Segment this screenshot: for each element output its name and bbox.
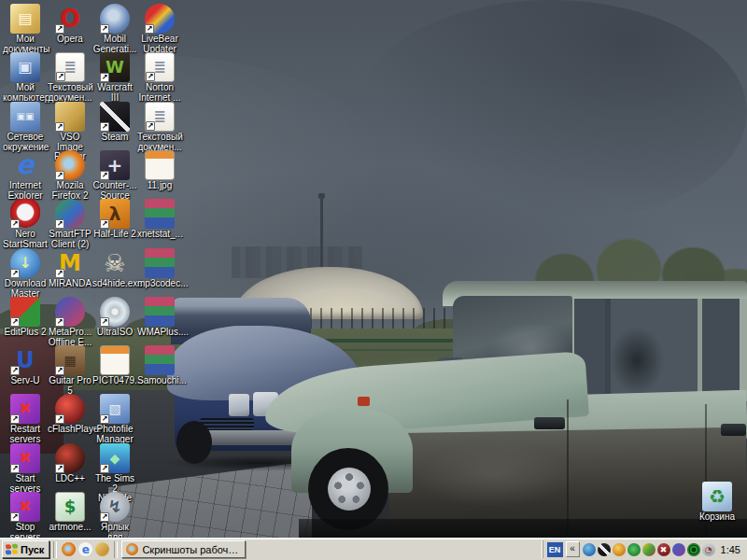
icon-label: mp3codec... (137, 279, 182, 289)
tray-red-x-icon[interactable]: ✖ (657, 543, 670, 556)
desktop-icon-text-document-2[interactable]: ≣Текстовый докумен... (137, 102, 182, 152)
desktop-icon-guitar-pro-5[interactable]: ▦Guitar Pro 5 (48, 345, 92, 396)
desktop-icon-livebear-updater[interactable]: LiveBear Updater (137, 4, 182, 54)
opera-icon: O (55, 4, 85, 34)
icon-label: PICT0479... (92, 376, 137, 386)
desktop-icon-ldc-plus-plus[interactable]: LDC++ (48, 443, 92, 484)
icon-label: UltraISO (92, 328, 137, 338)
icon-label: WMAPlus.... (137, 328, 182, 338)
desktop-icon-artmoney[interactable]: $artmone... (48, 492, 92, 533)
icon-label: Restart servers (3, 425, 48, 444)
icon-label: LDC++ (48, 474, 92, 484)
desktop-icon-counter-strike-source[interactable]: +Counter-... Source (92, 150, 137, 201)
mozila-firefox-2-icon (55, 150, 85, 180)
desktop-icon-wmaplus-rar[interactable]: WMAPlus.... (137, 297, 182, 338)
tray-globe-icon[interactable] (583, 543, 596, 556)
icon-label: Mozila Firefox 2 (48, 181, 92, 201)
jpg-11-icon (145, 150, 175, 180)
firefox-task-icon (126, 543, 138, 555)
desktop-icon-download-master[interactable]: ↓Download Master (3, 248, 48, 299)
stop-servers-icon: ✖ (10, 492, 40, 522)
start-servers-icon: ✖ (10, 443, 40, 473)
icon-label: sd4hide.exe (92, 279, 137, 289)
desktop-icon-cflashplayer[interactable]: cFlashPlayer (48, 394, 92, 435)
desktop-icon-my-computer[interactable]: ▣Мой компьютер (3, 52, 48, 103)
miranda-icon: M (55, 248, 85, 278)
desktop-icon-mozila-firefox-2[interactable]: Mozila Firefox 2 (48, 150, 92, 201)
tray-orange-globe-icon[interactable] (613, 543, 626, 556)
my-documents-icon: ▤ (10, 4, 40, 34)
icon-label: Serv-U (3, 376, 48, 386)
desktop-icon-warcraft-iii[interactable]: WWarcraft III (92, 52, 137, 103)
desktop-icon-internet-explorer[interactable]: eInternet Explorer (3, 150, 48, 201)
desktop-icon-restart-servers[interactable]: ✖Restart servers (3, 394, 48, 444)
icon-label: 11.jpg (137, 181, 182, 191)
desktop-icon-jpg-11[interactable]: 11.jpg (137, 150, 182, 191)
desktop-icon-recycle-bin[interactable]: ♻Корзина (695, 482, 740, 523)
quicklaunch-shell-icon[interactable] (95, 542, 109, 556)
photofile-manager-icon: ▧ (100, 394, 130, 424)
tray-steam-icon[interactable] (598, 543, 611, 556)
icon-label: MetaPro... Offline E... (48, 328, 92, 347)
pict0479-icon (100, 345, 130, 375)
serv-u-icon: U (10, 345, 40, 375)
desktop-icon-start-servers[interactable]: ✖Start servers (3, 443, 48, 494)
language-indicator[interactable]: EN (547, 542, 563, 557)
desktop-icon-ultraiso[interactable]: UltraISO (92, 297, 137, 338)
daemon-shortcut-icon: ↯ (100, 492, 130, 522)
metapro-offline-icon (55, 297, 85, 327)
mobil-generation-icon (100, 4, 130, 34)
task-button-screenshots[interactable]: Скриншоты рабочих ст... (121, 540, 246, 558)
desktop-icon-pict0479[interactable]: PICT0479... (92, 345, 137, 386)
desktop-icon-my-documents[interactable]: ▤Мои документы (3, 4, 48, 54)
desktop-icon-mp3codec-rar[interactable]: mp3codec... (137, 248, 182, 289)
desktop-icon-smartftp-client[interactable]: SmartFTP Client (2) (48, 199, 92, 249)
start-button[interactable]: Пуск (2, 540, 49, 558)
text-document-1-icon: ≣ (55, 52, 85, 82)
desktop-icon-metapro-offline[interactable]: MetaPro... Offline E... (48, 297, 92, 347)
desktop-icon-norton-internet[interactable]: ≣Norton Internet ... (137, 52, 182, 103)
tray-scheduler-icon[interactable]: ◔ (702, 543, 715, 556)
desktop-icon-opera[interactable]: OOpera (48, 4, 92, 45)
desktop-icon-serv-u[interactable]: UServ-U (3, 345, 48, 386)
desktop-icon-samouchitel-rar[interactable]: Samouchi... (137, 345, 182, 386)
taskbar: Пуск e Скриншоты рабочих ст... EN « ✖◔ 1… (0, 538, 747, 560)
quicklaunch-firefox-icon[interactable] (62, 542, 76, 556)
desktop-icon-sd4hide-exe[interactable]: ☠sd4hide.exe (92, 248, 137, 289)
desktop-icon-network-places[interactable]: ▣▣Сетевое окружение (3, 102, 48, 152)
desktop-icon-text-document-1[interactable]: ≣Текстовый докумен... (48, 52, 92, 103)
icon-label: Norton Internet ... (137, 83, 182, 103)
internet-explorer-icon: e (10, 150, 40, 180)
desktop-icon-mobil-generation[interactable]: Mobil Generati... (92, 4, 137, 54)
desktop-icon-half-life-2[interactable]: λHalf-Life 2 (92, 199, 137, 240)
desktop-icon-steam[interactable]: Steam (92, 102, 137, 143)
quick-launch-bar: e (62, 542, 109, 556)
text-document-2-icon: ≣ (145, 102, 175, 132)
icon-label: Мой компьютер (3, 83, 48, 103)
icon-label: Half-Life 2 (92, 230, 137, 240)
norton-internet-icon: ≣ (145, 52, 175, 82)
the-sims-2-nightlife-icon: ◆ (100, 443, 130, 473)
desktop-icon-editplus-2[interactable]: EditPlus 2 (3, 297, 48, 338)
tray-clover-icon[interactable] (627, 543, 641, 556)
desktop-icon-photofile-manager[interactable]: ▧Photofile Manager (92, 394, 137, 444)
guitar-pro-5-icon: ▦ (55, 345, 85, 375)
task-button-label: Скриншоты рабочих ст... (142, 544, 241, 555)
icon-label: MIRANDA (48, 279, 92, 289)
desktop-icon-xnetstat-rar[interactable]: xnetstat_... (137, 199, 182, 240)
desktop-icon-miranda[interactable]: MMIRANDA (48, 248, 92, 289)
icon-label: SmartFTP Client (2) (48, 230, 92, 249)
tray-multicolor-icon[interactable] (642, 543, 655, 556)
recycle-bin-icon: ♻ (702, 482, 732, 511)
tray-chevron-button[interactable]: « (566, 541, 580, 557)
taskbar-clock[interactable]: 1:45 (721, 544, 740, 555)
desktop-icon-grid: ▤Мои документы▣Мой компьютер▣▣Сетевое ок… (0, 0, 747, 539)
xnetstat-rar-icon (145, 199, 175, 229)
desktop-icon-nero-startsmart[interactable]: Nero StartSmart (3, 199, 48, 249)
quicklaunch-internet-explorer-icon[interactable]: e (78, 542, 92, 556)
icon-label: Guitar Pro 5 (48, 376, 92, 396)
tray-green-ring-icon[interactable] (687, 543, 700, 556)
samouchitel-rar-icon (145, 345, 175, 375)
desktop-icon-stop-servers[interactable]: ✖Stop servers (3, 492, 48, 542)
tray-windows-icon[interactable] (672, 543, 685, 556)
